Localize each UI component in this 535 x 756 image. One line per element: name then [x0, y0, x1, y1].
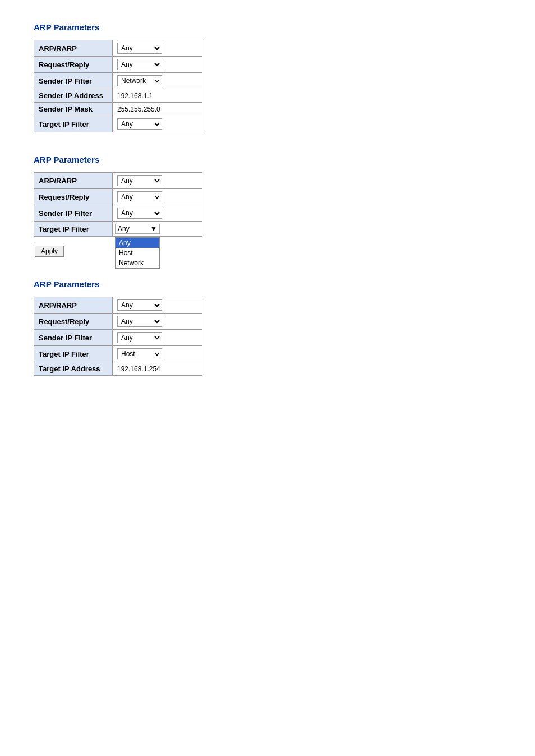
value-arp-rarp-2[interactable]: AnyARPRARP	[113, 173, 202, 189]
table-row: Request/Reply AnyRequestReply	[34, 314, 202, 330]
dropdown-option-network[interactable]: Network	[116, 258, 159, 268]
select-display-target-ip-2[interactable]: Any ▼	[115, 224, 160, 234]
label-arp-rarp-1: ARP/RARP	[34, 40, 113, 57]
select-sender-ip-filter-3[interactable]: AnyHostNetwork	[117, 332, 162, 343]
text-sender-ip-address-1: 192.168.1.1	[117, 92, 153, 100]
select-target-ip-filter-1[interactable]: AnyHostNetwork	[117, 118, 162, 130]
value-target-ip-address-3: 192.168.1.254	[113, 362, 202, 376]
label-sender-ip-filter-1: Sender IP Filter	[34, 73, 113, 89]
select-request-reply-3[interactable]: AnyRequestReply	[117, 316, 162, 327]
label-target-ip-address-3: Target IP Address	[34, 362, 113, 376]
table-row: Sender IP Filter AnyHostNetwork	[34, 73, 202, 89]
select-arp-rarp-2[interactable]: AnyARPRARP	[117, 175, 162, 186]
select-sender-ip-filter-1[interactable]: AnyHostNetwork	[117, 75, 162, 86]
table-row: ARP/RARP AnyARPRARP	[34, 173, 202, 189]
label-arp-rarp-3: ARP/RARP	[34, 297, 113, 314]
select-sender-ip-filter-2[interactable]: AnyHostNetwork	[117, 208, 162, 219]
value-sender-ip-filter-3[interactable]: AnyHostNetwork	[113, 330, 202, 346]
table-row: Target IP Filter Any ▼ Any Host Network	[34, 222, 202, 237]
table-row: Sender IP Mask 255.255.255.0	[34, 103, 202, 116]
section-1-table: ARP/RARP AnyARPRARP Request/Reply AnyReq…	[34, 40, 202, 132]
label-target-ip-filter-1: Target IP Filter	[34, 116, 113, 132]
label-target-ip-filter-2: Target IP Filter	[34, 222, 113, 237]
section-3-table: ARP/RARP AnyARPRARP Request/Reply AnyReq…	[34, 297, 202, 376]
table-row: ARP/RARP AnyARPRARP	[34, 40, 202, 57]
table-row: ARP/RARP AnyARPRARP	[34, 297, 202, 314]
table-row: Sender IP Filter AnyHostNetwork	[34, 330, 202, 346]
value-target-ip-filter-2[interactable]: Any ▼ Any Host Network	[113, 222, 202, 237]
label-request-reply-1: Request/Reply	[34, 57, 113, 73]
table-row: Target IP Filter AnyHostNetwork	[34, 346, 202, 362]
section-2: ARP Parameters ARP/RARP AnyARPRARP Reque…	[34, 155, 501, 257]
value-sender-ip-filter-1[interactable]: AnyHostNetwork	[113, 73, 202, 89]
label-target-ip-filter-3: Target IP Filter	[34, 346, 113, 362]
dropdown-option-any[interactable]: Any	[116, 238, 159, 248]
table-row: Target IP Filter AnyHostNetwork	[34, 116, 202, 132]
section-3: ARP Parameters ARP/RARP AnyARPRARP Reque…	[34, 279, 501, 376]
dropdown-option-host[interactable]: Host	[116, 248, 159, 258]
table-row: Sender IP Filter AnyHostNetwork	[34, 205, 202, 222]
select-request-reply-1[interactable]: AnyRequestReply	[117, 59, 162, 70]
label-sender-ip-filter-2: Sender IP Filter	[34, 205, 113, 222]
label-request-reply-3: Request/Reply	[34, 314, 113, 330]
select-display-value: Any	[118, 225, 130, 233]
value-arp-rarp-1[interactable]: AnyARPRARP	[113, 40, 202, 57]
dropdown-open-container: Any ▼ Any Host Network	[113, 222, 202, 236]
label-sender-ip-address-1: Sender IP Address	[34, 89, 113, 103]
table-row: Request/Reply AnyRequestReply	[34, 189, 202, 205]
apply-button-container: Apply	[35, 241, 501, 257]
value-sender-ip-mask-1: 255.255.255.0	[113, 103, 202, 116]
section-1: ARP Parameters ARP/RARP AnyARPRARP Reque…	[34, 22, 501, 132]
select-target-ip-filter-3[interactable]: AnyHostNetwork	[117, 348, 162, 359]
value-sender-ip-address-1: 192.168.1.1	[113, 89, 202, 103]
value-target-ip-filter-3[interactable]: AnyHostNetwork	[113, 346, 202, 362]
table-row: Target IP Address 192.168.1.254	[34, 362, 202, 376]
value-sender-ip-filter-2[interactable]: AnyHostNetwork	[113, 205, 202, 222]
text-target-ip-address-3: 192.168.1.254	[117, 365, 160, 373]
label-arp-rarp-2: ARP/RARP	[34, 173, 113, 189]
select-arp-rarp-1[interactable]: AnyARPRARP	[117, 43, 162, 54]
value-request-reply-3[interactable]: AnyRequestReply	[113, 314, 202, 330]
value-target-ip-filter-1[interactable]: AnyHostNetwork	[113, 116, 202, 132]
section-3-title: ARP Parameters	[34, 279, 501, 289]
label-sender-ip-filter-3: Sender IP Filter	[34, 330, 113, 346]
section-2-title: ARP Parameters	[34, 155, 501, 164]
select-request-reply-2[interactable]: AnyRequestReply	[117, 191, 162, 202]
dropdown-arrow-icon: ▼	[150, 225, 157, 233]
value-request-reply-1[interactable]: AnyRequestReply	[113, 57, 202, 73]
label-sender-ip-mask-1: Sender IP Mask	[34, 103, 113, 116]
dropdown-list-target-ip-2: Any Host Network	[115, 237, 160, 269]
apply-button[interactable]: Apply	[35, 246, 64, 257]
section-1-title: ARP Parameters	[34, 22, 501, 32]
section-2-table: ARP/RARP AnyARPRARP Request/Reply AnyReq…	[34, 172, 202, 237]
table-row: Request/Reply AnyRequestReply	[34, 57, 202, 73]
value-arp-rarp-3[interactable]: AnyARPRARP	[113, 297, 202, 314]
table-row: Sender IP Address 192.168.1.1	[34, 89, 202, 103]
text-sender-ip-mask-1: 255.255.255.0	[117, 105, 160, 113]
label-request-reply-2: Request/Reply	[34, 189, 113, 205]
value-request-reply-2[interactable]: AnyRequestReply	[113, 189, 202, 205]
select-arp-rarp-3[interactable]: AnyARPRARP	[117, 299, 162, 311]
